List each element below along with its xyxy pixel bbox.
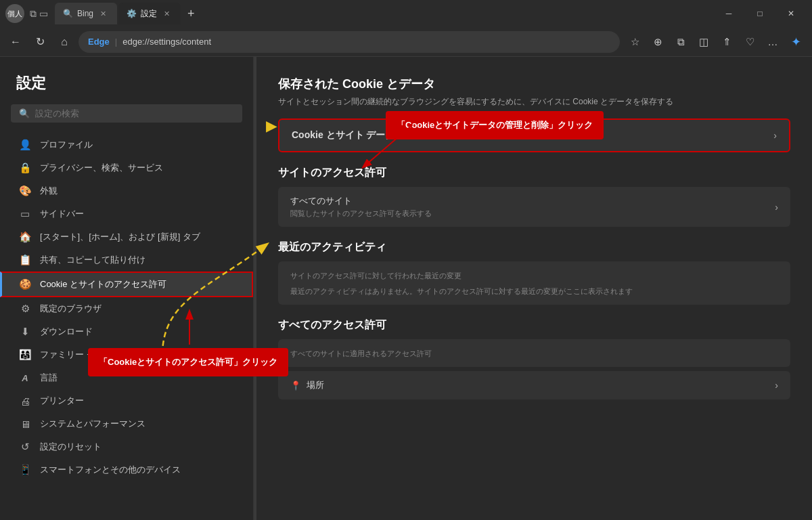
sidebar-item-downloads[interactable]: ⬇ ダウンロード: [0, 320, 253, 343]
defaultbrowser-nav-icon: ⚙: [18, 303, 32, 315]
recent-activity-area: サイトのアクセス許可に対して行われた最近の変更 最近のアクティビティはありません…: [278, 261, 790, 305]
downloads-nav-label: ダウンロード: [40, 326, 237, 338]
copy-icon[interactable]: ⧉: [30, 8, 37, 20]
family-nav-icon: 👨‍👩‍👧: [18, 349, 32, 361]
location-chevron: ›: [775, 380, 778, 391]
favorites-icon[interactable]: ☆: [624, 31, 646, 53]
sidebar-item-phone[interactable]: 📱 スマートフォンとその他のデバイス: [0, 458, 253, 481]
downloads-nav-icon: ⬇: [18, 326, 32, 338]
all-sites-label: すべてのサイト: [290, 195, 775, 207]
tab-settings-icon: ⚙️: [127, 9, 137, 18]
address-separator: |: [115, 37, 117, 47]
titlebar: 個人 ⧉ ▭ 🔍 Bing ✕ ⚙️ 設定 ✕ + ─ □ ✕: [0, 0, 812, 27]
reset-nav-label: 設定のリセット: [40, 441, 237, 453]
cookies-nav-label: Cookie とサイトのアクセス許可: [40, 278, 235, 290]
sidebar-item-printer[interactable]: 🖨 プリンター: [0, 389, 253, 412]
cookie-manage-row[interactable]: Cookie とサイト データの管理と削除 ›: [278, 118, 790, 152]
printer-nav-label: プリンター: [40, 395, 237, 407]
section1-title: 保存された Cookie とデータ: [278, 76, 790, 92]
collections-icon[interactable]: ⊕: [647, 31, 669, 53]
sidebar-item-appearance[interactable]: 🎨 外観: [0, 179, 253, 202]
close-button[interactable]: ✕: [775, 0, 807, 27]
tab-bing-icon: 🔍: [63, 9, 73, 18]
share-nav-label: 共有、コピーして貼り付け: [40, 254, 237, 266]
window-icon[interactable]: ▭: [39, 8, 48, 19]
all-access-desc: すべてのサイトに適用されるアクセス許可: [290, 349, 778, 359]
share-icon[interactable]: ⇑: [716, 31, 738, 53]
cookies-nav-icon: 🍪: [18, 278, 32, 290]
profile-nav-icon: 👤: [18, 139, 32, 151]
sidebar-nav-icon: ▭: [18, 208, 32, 220]
addressbar: ← ↻ ⌂ Edge | edge://settings/content ☆ ⊕…: [0, 27, 812, 57]
all-access-row[interactable]: すべてのサイトに適用されるアクセス許可: [278, 339, 790, 367]
sidebar-item-reset[interactable]: ↺ 設定のリセット: [0, 435, 253, 458]
reset-nav-icon: ↺: [18, 441, 32, 453]
tab-bar: 🔍 Bing ✕ ⚙️ 設定 ✕ +: [55, 0, 710, 27]
language-nav-label: 言語: [40, 372, 237, 384]
tab-bing[interactable]: 🔍 Bing ✕: [55, 3, 117, 24]
sidebar-item-sidebar[interactable]: ▭ サイドバー: [0, 202, 253, 225]
phone-nav-label: スマートフォンとその他のデバイス: [40, 464, 237, 476]
tab-settings-close[interactable]: ✕: [161, 8, 173, 20]
sidebar-item-system[interactable]: 🖥 システムとパフォーマンス: [0, 412, 253, 435]
sidebar-item-language[interactable]: A 言語: [0, 366, 253, 389]
sidebar-item-newtab[interactable]: 🏠 [スタート]、[ホーム]、および [新規] タブ: [0, 225, 253, 248]
section1-desc: サイトとセッション間の継続的なブラウジングを容易にするために、デバイスに Coo…: [278, 96, 790, 108]
sidebar-item-profile[interactable]: 👤 プロファイル: [0, 133, 253, 156]
main-area: 設定 🔍 👤 プロファイル 🔒 プライバシー、検索、サービス 🎨 外観 ▭ サイ…: [0, 57, 812, 520]
newtab-nav-label: [スタート]、[ホーム]、および [新規] タブ: [40, 231, 237, 243]
content-area: 保存された Cookie とデータ サイトとセッション間の継続的なブラウジングを…: [256, 57, 812, 520]
all-sites-row[interactable]: すべてのサイト 閲覧したサイトのアクセス許可を表示する ›: [278, 187, 790, 227]
cookie-manage-chevron: ›: [773, 130, 777, 141]
copilot-icon[interactable]: ✦: [785, 31, 807, 53]
home-button[interactable]: ⌂: [54, 32, 74, 52]
address-url: edge://settings/content: [122, 37, 211, 47]
privacy-nav-label: プライバシー、検索、サービス: [40, 162, 237, 174]
profile-button[interactable]: 個人: [5, 4, 24, 23]
section2-title: サイトのアクセス許可: [278, 166, 790, 180]
appearance-nav-icon: 🎨: [18, 185, 32, 197]
tab-settings[interactable]: ⚙️ 設定 ✕: [118, 3, 181, 24]
refresh-button[interactable]: ↻: [30, 32, 50, 52]
recent-activity-title: 最近のアクティビティ: [278, 240, 790, 255]
address-field[interactable]: Edge | edge://settings/content: [78, 31, 620, 53]
toolbar-icons: ☆ ⊕ ⧉ ◫ ⇑ ♡ … ✦: [624, 31, 807, 53]
sidebar-item-defaultbrowser[interactable]: ⚙ 既定のブラウザ: [0, 297, 253, 320]
privacy-nav-icon: 🔒: [18, 162, 32, 174]
edge-brand-icon: Edge: [88, 37, 110, 47]
printer-nav-icon: 🖨: [18, 395, 32, 407]
search-input[interactable]: [35, 108, 234, 118]
minimize-button[interactable]: ─: [713, 0, 744, 27]
sidebar-nav-label: サイドバー: [40, 208, 237, 220]
window-controls: ─ □ ✕: [713, 0, 807, 27]
maximize-button[interactable]: □: [744, 0, 775, 27]
location-row[interactable]: 📍 場所 ›: [278, 371, 790, 399]
location-icon: 📍: [290, 381, 301, 391]
tab-bing-close[interactable]: ✕: [97, 8, 109, 20]
new-tab-button[interactable]: +: [182, 7, 200, 21]
back-button[interactable]: ←: [5, 32, 26, 52]
share-nav-icon: 📋: [18, 254, 32, 266]
sidebar-item-privacy[interactable]: 🔒 プライバシー、検索、サービス: [0, 156, 253, 179]
appearance-nav-label: 外観: [40, 185, 237, 197]
system-nav-label: システムとパフォーマンス: [40, 418, 237, 430]
sidebar-icon[interactable]: ◫: [693, 31, 715, 53]
defaultbrowser-nav-label: 既定のブラウザ: [40, 303, 237, 315]
all-sites-chevron: ›: [775, 202, 778, 213]
more-button[interactable]: …: [762, 31, 784, 53]
split-icon[interactable]: ⧉: [670, 31, 692, 53]
search-icon: 🔍: [19, 108, 30, 118]
all-sites-content: すべてのサイト 閲覧したサイトのアクセス許可を表示する: [290, 195, 775, 219]
recent-activity-sub: サイトのアクセス許可に対して行われた最近の変更: [290, 271, 778, 281]
search-box[interactable]: 🔍: [11, 104, 242, 123]
heart-icon[interactable]: ♡: [739, 31, 761, 53]
all-sites-desc: 閲覧したサイトのアクセス許可を表示する: [290, 209, 775, 219]
sidebar: 設定 🔍 👤 プロファイル 🔒 プライバシー、検索、サービス 🎨 外観 ▭ サイ…: [0, 57, 254, 520]
language-nav-icon: A: [18, 373, 32, 383]
family-nav-label: ファミリー セーフティ: [40, 349, 237, 361]
newtab-nav-icon: 🏠: [18, 231, 32, 243]
sidebar-item-cookies[interactable]: 🍪 Cookie とサイトのアクセス許可: [0, 272, 253, 297]
sidebar-item-share[interactable]: 📋 共有、コピーして貼り付け: [0, 248, 253, 272]
profile-nav-label: プロファイル: [40, 139, 237, 151]
sidebar-item-family[interactable]: 👨‍👩‍👧 ファミリー セーフティ: [0, 343, 253, 366]
